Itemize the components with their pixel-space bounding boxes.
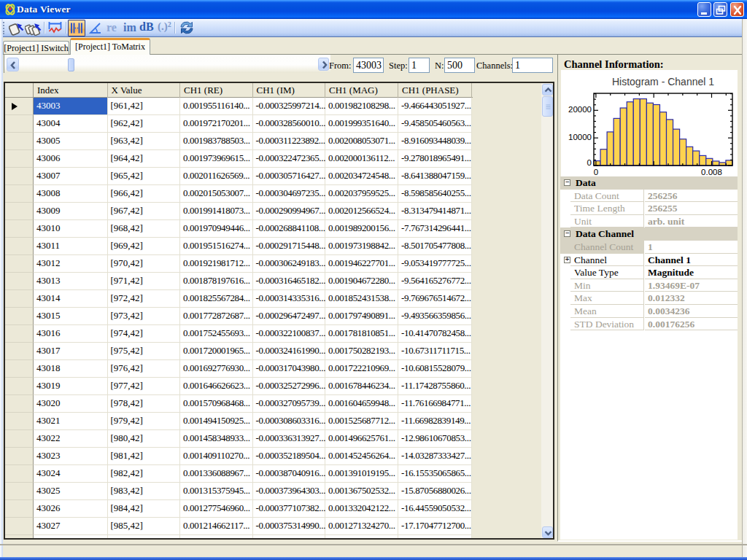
svg-text:10000: 10000 (568, 133, 592, 141)
svg-text:Histogram - Channel 1: Histogram - Channel 1 (612, 76, 714, 88)
svg-text:0.008: 0.008 (701, 168, 722, 176)
svg-text:0: 0 (594, 168, 598, 176)
svg-text:20000: 20000 (568, 105, 592, 114)
svg-text:0: 0 (587, 158, 592, 167)
